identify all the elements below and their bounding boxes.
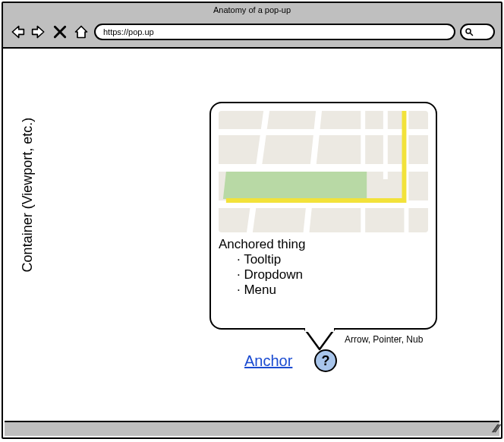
svg-rect-3 — [219, 129, 428, 135]
browser-toolbar: https://pop.up — [3, 17, 501, 49]
popup-arrow-icon — [304, 328, 335, 351]
popup-list: Tooltip Dropdown Menu — [219, 252, 428, 298]
forward-icon[interactable] — [30, 24, 47, 40]
map-image — [219, 111, 428, 232]
stop-icon[interactable] — [52, 24, 68, 40]
svg-line-1 — [471, 33, 473, 36]
help-button[interactable]: ? — [314, 349, 337, 372]
svg-rect-4 — [219, 164, 428, 172]
back-icon[interactable] — [9, 24, 26, 40]
svg-rect-13 — [305, 328, 334, 332]
arrow-caption: Arrow, Pointer, Nub — [345, 334, 423, 345]
viewport: Container (Viewport, etc.) — [5, 50, 499, 436]
list-item: Tooltip — [237, 252, 428, 267]
search-button[interactable] — [460, 24, 495, 40]
resize-grip-icon[interactable]: /// — [492, 422, 499, 434]
list-item: Menu — [237, 283, 428, 298]
container-label: Container (Viewport, etc.) — [20, 112, 36, 279]
svg-marker-11 — [223, 172, 367, 199]
browser-window: Anatomy of a pop-up https://pop.up Conta… — [2, 2, 502, 439]
url-input[interactable]: https://pop.up — [94, 24, 455, 40]
svg-rect-9 — [383, 111, 388, 179]
list-item: Dropdown — [237, 267, 428, 283]
popup-title: Anchored thing — [219, 237, 428, 252]
anchor-link[interactable]: Anchor — [244, 352, 292, 370]
popup-card: Anchored thing Tooltip Dropdown Menu — [209, 102, 437, 330]
status-bar: /// — [5, 421, 499, 436]
svg-marker-12 — [305, 330, 334, 349]
window-title: Anatomy of a pop-up — [3, 3, 501, 17]
home-icon[interactable] — [73, 24, 90, 40]
